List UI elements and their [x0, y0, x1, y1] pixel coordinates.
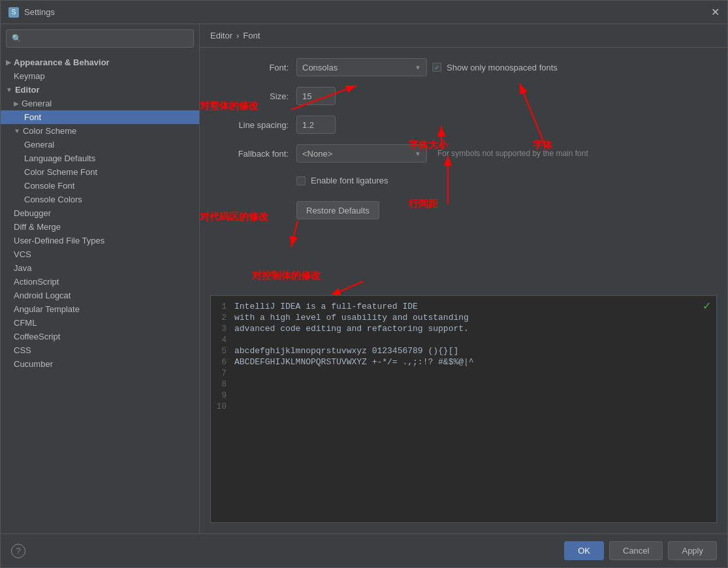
monospaced-checkbox-row: Show only monospaced fonts	[432, 63, 558, 72]
sidebar-item-angular[interactable]: Angular Template	[1, 302, 199, 316]
sidebar-item-label: Language Defaults	[24, 153, 95, 163]
sidebar-item-font[interactable]: Font	[1, 110, 199, 124]
code-line-6: 6 ABCDEFGHIJKLMNOPQRSTUVWXYZ +-*/= .,;:!…	[211, 356, 716, 368]
sidebar-item-label: Font	[24, 112, 41, 122]
bottom-bar: ? OK Cancel Apply	[1, 533, 727, 567]
dropdown-arrow-icon: ▼	[415, 64, 421, 71]
check-icon: ✓	[703, 300, 711, 312]
sidebar-item-console-colors[interactable]: Console Colors	[1, 193, 199, 206]
sidebar-item-debugger[interactable]: Debugger	[1, 206, 199, 220]
app-icon: S	[8, 7, 19, 18]
ligatures-checkbox[interactable]	[296, 176, 306, 185]
fallback-font-row: Fallback font: <None> ▼ For symbols not …	[210, 144, 717, 163]
settings-form: Font: Consolas ▼ Show only monospaced fo…	[200, 48, 727, 295]
code-line-3: 3 advanced code editing and refactoring …	[211, 323, 716, 334]
expand-arrow: ▼	[6, 86, 12, 93]
line-spacing-label: Line spacing:	[210, 120, 289, 130]
ligatures-row: Enable font ligatures	[210, 176, 717, 185]
monospaced-label: Show only monospaced fonts	[447, 63, 558, 72]
sidebar-item-language-defaults[interactable]: Language Defaults	[1, 151, 199, 165]
line-number: 8	[211, 379, 234, 389]
sidebar-item-editor[interactable]: ▼ Editor	[1, 83, 199, 97]
tree: ▶ Appearance & Behavior Keymap ▼ Editor …	[1, 53, 199, 533]
code-line-9: 9	[211, 390, 716, 401]
line-spacing-input[interactable]: 1.2	[296, 116, 336, 134]
sidebar-item-appearance[interactable]: ▶ Appearance & Behavior	[1, 55, 199, 69]
line-code: advanced code editing and refactoring su…	[234, 324, 469, 334]
sidebar-item-diff-merge[interactable]: Diff & Merge	[1, 220, 199, 234]
bottom-right: OK Cancel Apply	[564, 541, 717, 560]
sidebar-item-cucumber[interactable]: Cucumber	[1, 357, 199, 371]
code-line-4: 4	[211, 334, 716, 345]
breadcrumb: Editor › Font	[200, 24, 727, 48]
sidebar-item-label: CoffeeScript	[14, 332, 60, 341]
font-dropdown[interactable]: Consolas ▼	[296, 58, 427, 76]
line-code: IntelliJ IDEA is a full-featured IDE	[234, 302, 418, 311]
code-line-7: 7	[211, 368, 716, 379]
code-line-8: 8	[211, 379, 716, 390]
breadcrumb-sep: ›	[236, 31, 239, 40]
sidebar-item-label: Android Logcat	[14, 291, 71, 300]
sidebar-item-label: Angular Template	[14, 304, 80, 314]
code-line-1: 1 IntelliJ IDEA is a full-featured IDE	[211, 301, 716, 312]
sidebar-item-label: General	[24, 140, 54, 150]
sidebar-item-label: VCS	[14, 249, 31, 259]
line-spacing-row: Line spacing: 1.2	[210, 116, 717, 134]
ligatures-checkbox-row: Enable font ligatures	[296, 176, 388, 185]
ligatures-label: Enable font ligatures	[311, 176, 388, 185]
size-input[interactable]: 15	[296, 87, 336, 105]
bottom-left: ?	[11, 544, 25, 558]
search-box[interactable]: 🔍	[6, 29, 194, 48]
line-number: 6	[211, 357, 234, 367]
sidebar-item-android-logcat[interactable]: Android Logcat	[1, 289, 199, 302]
sidebar-item-label: ActionScript	[14, 277, 59, 287]
sidebar-item-cfml[interactable]: CFML	[1, 316, 199, 330]
line-code: ABCDEFGHIJKLMNOPQRSTUVWXYZ +-*/= .,;:!? …	[234, 357, 474, 367]
restore-defaults-button[interactable]: Restore Defaults	[296, 201, 379, 219]
font-control: Consolas ▼ Show only monospaced fonts	[296, 58, 558, 76]
sidebar-item-label: CSS	[14, 345, 31, 355]
fallback-font-dropdown[interactable]: <None> ▼	[296, 144, 427, 163]
close-button[interactable]: ✕	[711, 6, 720, 18]
sidebar-item-label: General	[22, 99, 52, 108]
title-bar: S Settings ✕	[1, 1, 727, 24]
sidebar-item-label: Cucumber	[14, 359, 53, 369]
apply-button[interactable]: Apply	[668, 541, 717, 560]
breadcrumb-editor: Editor	[210, 31, 232, 40]
line-number: 5	[211, 346, 234, 356]
size-control: 15	[296, 87, 336, 105]
ok-button[interactable]: OK	[564, 541, 604, 560]
help-button[interactable]: ?	[11, 544, 25, 558]
sidebar-item-label: Color Scheme Font	[24, 167, 97, 177]
sidebar-item-actionscript[interactable]: ActionScript	[1, 275, 199, 289]
sidebar-item-css[interactable]: CSS	[1, 343, 199, 357]
sidebar-item-console-font[interactable]: Console Font	[1, 179, 199, 193]
code-line-2: 2 with a high level of usability and out…	[211, 312, 716, 323]
line-number: 4	[211, 335, 234, 345]
cancel-button[interactable]: Cancel	[609, 541, 663, 560]
sidebar-item-general2[interactable]: General	[1, 138, 199, 151]
sidebar-item-java[interactable]: Java	[1, 261, 199, 275]
font-label: Font:	[210, 63, 289, 72]
main-panel: Editor › Font Font: Consolas ▼	[200, 24, 727, 533]
sidebar-item-label: CFML	[14, 318, 37, 328]
fallback-font-control: <None> ▼ For symbols not supported by th…	[296, 144, 588, 163]
sidebar-item-color-scheme[interactable]: ▼ Color Scheme	[1, 124, 199, 138]
monospaced-checkbox[interactable]	[432, 63, 441, 72]
line-number: 2	[211, 313, 234, 323]
sidebar-item-label: Java	[14, 263, 31, 273]
font-value: Consolas	[302, 63, 338, 72]
sidebar-item-vcs[interactable]: VCS	[1, 247, 199, 261]
restore-row: Restore Defaults	[210, 201, 717, 219]
sidebar-item-general[interactable]: ▶ General	[1, 97, 199, 110]
sidebar-item-user-defined[interactable]: User-Defined File Types	[1, 234, 199, 247]
fallback-font-value: <None>	[302, 149, 332, 159]
line-spacing-control: 1.2	[296, 116, 336, 134]
line-code: abcdefghijklmnopqrstuvwxyz 0123456789 ()…	[234, 346, 458, 356]
size-label: Size:	[210, 91, 289, 101]
sidebar-item-label: Debugger	[14, 208, 51, 218]
sidebar-item-keymap[interactable]: Keymap	[1, 69, 199, 83]
line-code: with a high level of usability and outst…	[234, 313, 469, 323]
sidebar-item-color-scheme-font[interactable]: Color Scheme Font	[1, 165, 199, 179]
sidebar-item-coffeescript[interactable]: CoffeeScript	[1, 330, 199, 343]
